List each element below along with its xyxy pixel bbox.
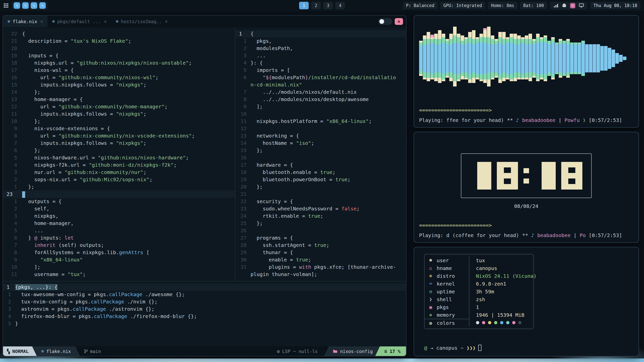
color-palette: [469, 321, 521, 324]
code-line: 11 inputs.nixpkgs.follows = "nixpkgs";: [3, 110, 235, 118]
window-close-button[interactable]: ×: [395, 18, 403, 25]
branch-name: main: [90, 349, 101, 354]
code-line: 23 sudo.wheelNeedsPassword = false;: [235, 205, 406, 212]
lines-icon: ≡: [384, 349, 387, 354]
code-line: 22 security = {: [235, 198, 406, 205]
tab-flake-nix[interactable]: ❄flake.nix×: [3, 16, 48, 27]
workspace-3[interactable]: 3: [323, 2, 333, 9]
code-line: 19 inputs = {: [3, 52, 235, 59]
app-icon-4[interactable]: ∿: [39, 2, 46, 9]
workspace-4[interactable]: 4: [335, 2, 345, 9]
code-line: 5 imports = [: [235, 67, 406, 74]
code-pane-right[interactable]: 1{1 pkgs,2 modulesPath,3 ...4}: {5 impor…: [235, 28, 406, 281]
code-line: 23: [3, 191, 235, 198]
statusline-file[interactable]: ❄ flake.nix: [32, 346, 80, 356]
fetch-value: 6.9.8-zen1: [469, 281, 506, 287]
code-line: 3 astronvim = pkgs.callPackage ./astronv…: [3, 305, 406, 313]
app-launcher-icon[interactable]: [4, 3, 9, 8]
status-item: Home: 8ms: [488, 2, 517, 9]
code-line: 10 ];: [3, 263, 235, 271]
color-swatch: [488, 321, 491, 324]
project-name[interactable]: nixos-config: [324, 346, 380, 356]
fetch-value: canopus: [469, 265, 497, 271]
tab-hosts-isoimag-[interactable]: ❄hosts/isoImag..×: [111, 16, 172, 27]
hostname-icon: ⌂: [425, 265, 437, 271]
fetch-value: 1: [469, 304, 479, 310]
code-line: 18 bluetooth.enable = true;: [235, 169, 406, 176]
code-line: 20 };: [235, 183, 406, 191]
terminal-cursor: [478, 345, 481, 351]
fetch-window: ☻usertux⌂hnamecanopus❄distroNixOS 24.11 …: [414, 247, 639, 356]
pinned-apps: ∿∿∿∿: [12, 1, 48, 10]
fetch-row: ⌨kernel6.9.8-zen1: [425, 280, 533, 288]
tab-close-icon[interactable]: ×: [104, 19, 107, 24]
view-toggle[interactable]: [378, 18, 392, 25]
palette-icon[interactable]: [570, 3, 575, 8]
code-line: 3 ...: [235, 52, 406, 59]
fetch-value: 3h 59m: [469, 289, 494, 295]
fetch-label: uptime: [437, 289, 455, 295]
fetch-row: ◷uptime3h 59m: [425, 288, 533, 295]
workspace-list: 1234: [299, 0, 345, 11]
memory-icon: ⊕: [425, 312, 437, 318]
fetch-value: zsh: [469, 296, 485, 302]
project-label: nixos-config: [340, 349, 373, 354]
code-line: 5 nixos-hardware.url = "github:nixos/nix…: [3, 154, 235, 161]
git-branch[interactable]: main: [82, 346, 103, 356]
colors-icon: ◍: [425, 320, 437, 326]
code-pane-left[interactable]: 22{21 description = "tux's NixOS Flake";…: [3, 28, 235, 281]
branch-icon: [84, 349, 88, 353]
shell-prompt[interactable]: @ → canopus ~ ❯❯❯: [424, 345, 481, 351]
code-line: 22{: [3, 30, 235, 37]
scroll-progress: ≡ 17 %: [375, 346, 406, 356]
ghost-icon[interactable]: [562, 3, 567, 8]
color-swatch: [512, 321, 515, 324]
code-line: 4}: {: [235, 59, 406, 67]
code-line: 21 description = "tux's NixOS Flake";: [3, 37, 235, 45]
fetch-label: pkgs: [437, 304, 449, 310]
code-line: 3 nixpkgs,: [3, 212, 235, 220]
code-line: 29 thunar = {: [235, 249, 406, 256]
nix-icon: ❄: [41, 349, 44, 354]
clock[interactable]: Thu Aug 08, 18:18: [590, 2, 640, 9]
color-swatch: [482, 321, 485, 324]
nix-icon: ❄: [116, 19, 118, 24]
topbar: ∿∿∿∿ 1234 P: BalancedGPU: IntegratedHome…: [0, 0, 644, 11]
tab-pkgs-default-[interactable]: ❄pkgs/default ...×: [48, 16, 111, 27]
code-line: 14 };: [3, 88, 235, 96]
code-line: 16 url = "github:nix-community/nixos-wsl…: [3, 74, 235, 81]
lsp-label: LSP ~ null-ls: [282, 349, 318, 354]
status-item: P: Balanced: [403, 2, 438, 9]
app-icon-3[interactable]: ∿: [31, 2, 37, 9]
folder-icon: [333, 349, 338, 353]
fetch-value: 1946 | 15394 MiB: [469, 312, 525, 318]
code-line: 1{pkgs, ...}: {: [3, 284, 406, 291]
code-line: 13 home-manager = {: [3, 96, 235, 103]
workspace-1[interactable]: 1: [299, 2, 309, 9]
status-items: P: BalancedGPU: IntegratedHome: 8msBat: …: [403, 2, 547, 9]
app-icon-2[interactable]: ∿: [22, 2, 29, 9]
fetch-label: shell: [437, 296, 452, 302]
code-line: 20: [3, 45, 235, 52]
code-line: 9 nix-vscode-extensions = {: [3, 125, 235, 132]
fetch-row: ❄distroNixOS 24.11 (Vicuna): [425, 272, 533, 280]
mode-label: NORMAL: [12, 349, 29, 354]
code-line: 12 url = "github:nix-community/home-mana…: [3, 103, 235, 110]
code-line: 30 enable = true;: [235, 256, 406, 263]
mode-icon: ▚: [7, 349, 10, 354]
fetch-label: distro: [437, 273, 455, 279]
wifi-icon[interactable]: [553, 3, 558, 8]
shell-icon: ❯: [425, 297, 437, 302]
nix-icon: ❄: [52, 19, 55, 24]
fetch-label: colors: [437, 320, 455, 326]
fetch-label: memory: [437, 312, 455, 318]
code-pane-bottom[interactable]: 1{pkgs, ...}: {1 tux-awesome-wm-config =…: [3, 281, 406, 346]
fetch-row: ❯shellzsh: [425, 295, 533, 303]
fetch-row: ☻usertux: [425, 256, 533, 264]
tab-close-icon[interactable]: ×: [165, 19, 168, 24]
code-line: 17 nixos-wsl = {: [3, 67, 235, 74]
tab-close-icon[interactable]: ×: [40, 19, 43, 24]
display-icon[interactable]: [579, 3, 584, 8]
workspace-2[interactable]: 2: [311, 2, 321, 9]
app-icon-1[interactable]: ∿: [14, 2, 20, 9]
